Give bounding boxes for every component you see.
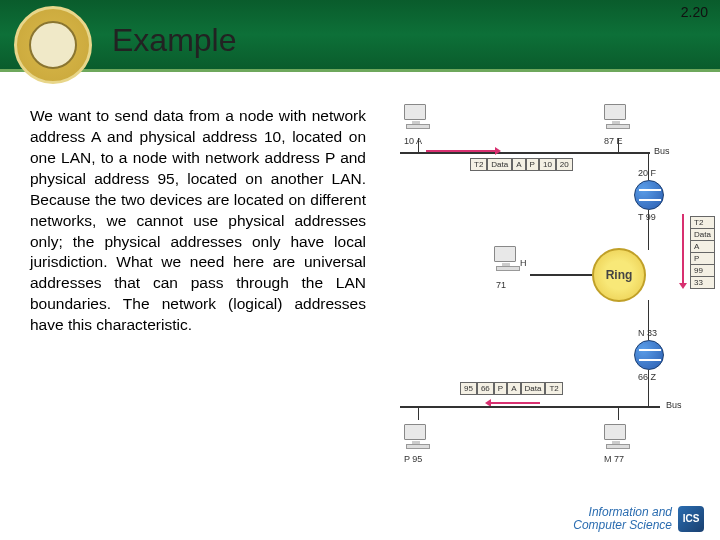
page-number: 2.20 [681,4,708,20]
slide-header: Example [0,0,720,72]
computer-icon [604,104,632,126]
packet-2: T2DataAP9933 [690,216,715,288]
drop-line [648,210,649,250]
footer-logo: ICS [678,506,704,532]
router-icon [634,340,664,370]
footer-text: Information and Computer Science [573,506,672,532]
node-label: M 77 [604,454,624,464]
university-logo [14,6,92,84]
network-diagram: Bus 10 A 87 E T2DataAP1020 20 F T 99 Rin… [390,98,710,478]
logo-inner [29,21,77,69]
node-label: 20 F [638,168,656,178]
computer-icon [494,246,522,268]
body-text: We want to send data from a node with ne… [30,106,366,336]
node-label: P 95 [404,454,422,464]
slide-title: Example [112,22,237,59]
computer-icon [604,424,632,446]
packet-3: 9566PADataT2 [460,382,563,395]
bus-bottom-label: Bus [666,400,682,410]
drop-line [618,406,619,420]
bus-top-label: Bus [654,146,670,156]
bus-top [400,152,650,154]
ring-line [530,274,592,276]
computer-icon [404,104,432,126]
drop-line [648,370,649,406]
drop-line [418,406,419,420]
slide-footer: Information and Computer Science ICS [573,506,704,532]
node-label: H [520,258,527,268]
arrow-icon [426,150,496,152]
node-label: N 33 [638,328,657,338]
bus-bottom [400,406,660,408]
computer-icon [404,424,432,446]
packet-1: T2DataAP1020 [470,158,573,171]
node-label: 71 [496,280,506,290]
node-label: 10 A [404,136,422,146]
ring-icon: Ring [592,248,646,302]
node-label: 87 E [604,136,623,146]
arrow-icon [682,214,684,284]
arrow-icon [490,402,540,404]
node-label: T 99 [638,212,656,222]
router-icon [634,180,664,210]
